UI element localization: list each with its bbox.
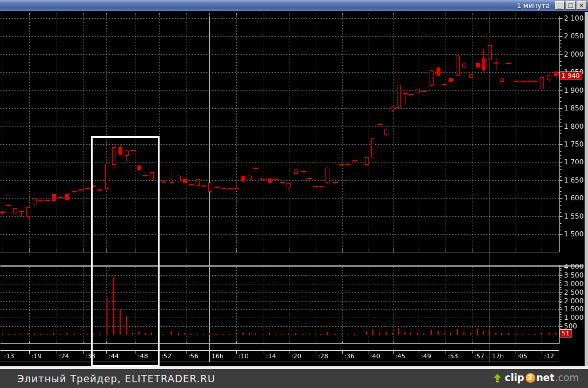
logo-two-badge: 2 bbox=[526, 373, 535, 383]
time-axis-label: :12 bbox=[544, 353, 554, 360]
time-axis-label: :14 bbox=[266, 353, 276, 360]
price-axis-label: 1 650 bbox=[564, 176, 583, 184]
upload-arrow-icon bbox=[492, 373, 502, 383]
time-axis-label: :13 bbox=[4, 353, 14, 360]
time-axis-label: :53 bbox=[448, 353, 458, 360]
volume-axis-label: 1 000 bbox=[564, 314, 583, 322]
brand-text: Элитный Трейдер, ELITETRADER.RU bbox=[17, 373, 215, 385]
time-axis-label: :19 bbox=[31, 353, 42, 360]
time-axis-label: :45 bbox=[395, 353, 406, 360]
time-axis-label: :05 bbox=[517, 353, 527, 360]
volume-axis-label: 3 000 bbox=[564, 280, 583, 288]
volume-axis-label: 1 500 bbox=[564, 305, 583, 313]
volume-axis-label: 2 000 bbox=[564, 297, 583, 305]
price-axis-label: 1 700 bbox=[564, 158, 583, 166]
time-axis-label: 17h bbox=[492, 353, 504, 360]
price-axis-label: 1 900 bbox=[564, 86, 583, 94]
last-volume-badge: 51 bbox=[559, 329, 572, 338]
price-axis-label: 1 800 bbox=[564, 122, 583, 130]
vertical-scrollbar[interactable] bbox=[585, 12, 588, 369]
candlestick-chart-canvas[interactable] bbox=[0, 0, 588, 369]
price-axis-label: 2 000 bbox=[564, 50, 583, 58]
highlight-box bbox=[91, 136, 160, 367]
time-axis-label: :52 bbox=[161, 353, 172, 360]
time-axis-label: :56 bbox=[188, 353, 198, 360]
price-axis-label: 1 750 bbox=[564, 140, 583, 148]
price-axis-label: 1 500 bbox=[564, 230, 583, 238]
time-axis-label: :36 bbox=[344, 353, 355, 360]
window: { "window": { "title": "1 минута", "butt… bbox=[0, 0, 588, 388]
price-axis-label: 1 850 bbox=[564, 104, 583, 112]
price-axis-label: 2 100 bbox=[564, 14, 583, 22]
time-axis-label: :24 bbox=[59, 353, 69, 360]
price-axis-label: 1 550 bbox=[564, 212, 583, 220]
logo-net-text: net bbox=[537, 372, 555, 383]
time-axis-label: :28 bbox=[318, 353, 328, 360]
price-axis-label: 1 600 bbox=[564, 194, 583, 202]
price-axis-label: 2 050 bbox=[564, 32, 583, 40]
volume-axis-label: 3 500 bbox=[564, 271, 583, 279]
logo-dotcom-text: .com bbox=[555, 372, 579, 383]
time-axis-label: :40 bbox=[370, 353, 380, 360]
status-bar: Элитный Трейдер, ELITETRADER.RU clip 2 n… bbox=[0, 369, 588, 388]
time-axis-label: :20 bbox=[291, 353, 301, 360]
time-axis-label: 16h bbox=[212, 353, 224, 360]
time-axis-label: :57 bbox=[474, 353, 484, 360]
time-axis-label: :10 bbox=[239, 353, 249, 360]
time-axis-label: :49 bbox=[421, 353, 431, 360]
clip2net-logo[interactable]: clip 2 net .com bbox=[492, 372, 579, 383]
volume-axis-label: 4 000 bbox=[564, 263, 583, 271]
logo-clip-text: clip bbox=[505, 372, 525, 383]
volume-axis-label: 2 500 bbox=[564, 288, 583, 296]
last-price-badge: 1 940 bbox=[559, 72, 582, 80]
